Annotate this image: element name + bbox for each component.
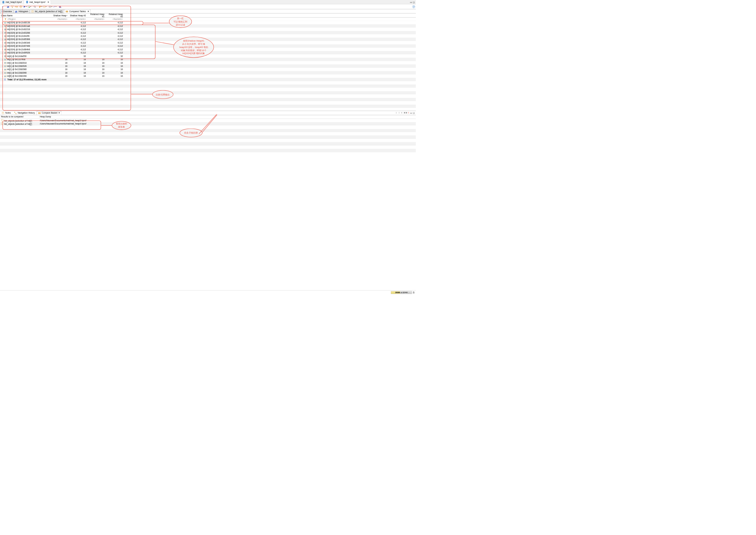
svg-rect-76 <box>6 62 6 63</box>
numeric-filter-input[interactable]: <Numeric> <box>105 17 124 21</box>
tab-overview[interactable]: i Overview <box>0 10 14 14</box>
minimize-icon[interactable]: ▭ <box>410 112 412 114</box>
tree-button[interactable] <box>11 5 14 8</box>
maximize-icon[interactable]: ◻ <box>413 112 415 114</box>
table-row[interactable]: › int[1024] @ 0x12c83288 4,112 4,112 <box>0 31 416 34</box>
expand-icon[interactable]: › <box>1 32 4 34</box>
table-row[interactable]: › int[1] @ 0x13382028 16 16 16 16 <box>0 64 416 68</box>
regex-filter-input[interactable]: <Regex> <box>7 18 16 20</box>
tab-histogram[interactable]: Histogram <box>13 10 30 14</box>
heap-dump-path: /Users/biaowan/Documents/mat/mat_heap4.h… <box>40 123 415 125</box>
expand-icon[interactable]: › <box>1 48 4 50</box>
tab-compare-basket[interactable]: Compare Basket ✕ <box>37 111 62 115</box>
table-row[interactable]: › int[1] @ 0x13382090 16 16 16 16 <box>0 71 416 74</box>
editor-tab-heap3[interactable]: mat_heap3.hprof <box>0 0 24 4</box>
numeric-filter-input[interactable]: <Numeric> <box>51 17 69 21</box>
svg-rect-95 <box>39 112 39 114</box>
column-class-name[interactable]: Class Name <box>0 14 51 17</box>
column-shallow-heap-2[interactable]: Shallow Heap #2 <box>69 14 87 17</box>
table-row[interactable]: › int[1024] @ 0x12c811a8 4,112 4,112 <box>0 24 416 28</box>
svg-rect-67 <box>6 52 6 53</box>
cell-retained-heap-2: 4,112 <box>105 41 124 44</box>
cell-shallow-heap-2: 16 <box>69 61 87 65</box>
column-shallow-heap[interactable]: Shallow Heap^ <box>51 14 69 17</box>
histogram-button[interactable] <box>6 5 10 8</box>
expand-icon[interactable]: › <box>1 59 4 61</box>
expand-icon[interactable]: › <box>1 25 4 27</box>
expand-icon[interactable]: › <box>1 22 4 24</box>
svg-point-5 <box>26 2 28 3</box>
expand-icon[interactable]: › <box>1 55 4 57</box>
expand-icon[interactable]: › <box>1 39 4 40</box>
total-row[interactable]: ΣTotal: 17 of 13,178 entries; 13,161 mor… <box>0 78 416 81</box>
table-row[interactable]: › int[1] @ 0x1337ffd8 16 16 16 16 <box>0 58 416 61</box>
close-icon[interactable]: ✕ <box>58 112 60 114</box>
table-header: Class Name Shallow Heap^ Shallow Heap #2… <box>0 14 416 17</box>
expand-icon[interactable]: › <box>1 35 4 37</box>
numeric-filter-input[interactable]: <Numeric> <box>69 17 87 21</box>
editor-tab-label: mat_heap3.hprof <box>6 1 22 4</box>
expand-icon[interactable]: › <box>1 62 4 64</box>
svg-rect-75 <box>5 62 5 63</box>
help-button[interactable]: ? <box>412 5 415 8</box>
expand-icon[interactable]: › <box>1 28 4 30</box>
result-name: list_objects [selection of 'int[]'] <box>4 123 32 126</box>
expand-icon[interactable]: › <box>1 52 4 54</box>
chart-export-button[interactable]: ▾ <box>53 5 56 8</box>
col-heap-dump[interactable]: Heap Dump <box>40 116 415 118</box>
svg-rect-88 <box>6 76 6 77</box>
expand-icon[interactable]: › <box>1 45 4 47</box>
cell-shallow-heap-2: 32 <box>69 54 87 58</box>
heap-dump-path: /Users/biaowan/Documents/mat/mat_heap3.h… <box>40 119 415 122</box>
oql-button[interactable]: OQL <box>15 5 18 8</box>
table-row[interactable]: › int[0] @ 0x13382268 16 16 16 16 <box>0 74 416 78</box>
table-row[interactable]: › int[1024] @ 0x12c82218 4,112 4,112 <box>0 28 416 31</box>
expand-icon[interactable]: › <box>1 72 4 73</box>
remove-all-button[interactable]: ✖✖ <box>404 112 407 114</box>
array-object-icon <box>4 65 7 68</box>
cell-shallow-heap <box>51 29 69 30</box>
expand-icon[interactable]: › <box>1 65 4 67</box>
compare-row[interactable]: list_objects [selection of 'int[]'] /Use… <box>0 119 416 122</box>
callout-tables: 需要比较的 两张表 <box>112 121 131 130</box>
run-compare-button[interactable]: ! <box>408 112 409 114</box>
run-report-button[interactable]: ▾ <box>23 5 27 8</box>
export-button[interactable]: ▾ <box>49 5 52 8</box>
minimize-icon[interactable]: ▭ <box>410 1 412 3</box>
compare-button[interactable] <box>59 5 62 8</box>
tab-compared-tables[interactable]: Compared Tables ✕ <box>64 10 91 14</box>
svg-rect-85 <box>6 72 6 73</box>
group-button[interactable]: ▾ <box>39 5 42 8</box>
numeric-filter-input[interactable]: <Numeric> <box>87 17 105 21</box>
cell-shallow-heap-2: 4,112 <box>69 21 87 24</box>
table-row[interactable]: › int[1024] @ 0x12c80138 4,112 4,112 <box>0 21 416 24</box>
histogram-icon <box>15 10 17 13</box>
col-results[interactable]: Results to be compared <box>1 116 40 118</box>
close-icon[interactable]: ✕ <box>47 1 49 4</box>
tab-notes[interactable]: Notes <box>0 111 13 115</box>
tab-list-objects[interactable]: list_objects [selection of 'int[]'] <box>29 10 64 14</box>
info-button[interactable]: i <box>1 5 4 8</box>
query-browser-button[interactable]: ▾ <box>28 5 31 8</box>
tab-label: Notes <box>6 112 11 114</box>
table-row[interactable]: › int[1] @ 0x13382080 16 16 16 16 <box>0 68 416 71</box>
table-row[interactable]: › int[1] @ 0x13382018 16 16 16 16 <box>0 61 416 64</box>
maximize-icon[interactable]: ◻ <box>413 1 415 3</box>
move-down-button[interactable]: ⬇ <box>395 112 397 114</box>
object-name: int[1024] @ 0x12c842f8 <box>7 35 29 38</box>
remove-button[interactable]: ✖ <box>401 112 403 114</box>
cell-retained-heap-1 <box>87 32 105 33</box>
calc-retained-button[interactable]: ▾ <box>43 5 46 8</box>
cell-retained-heap-2: 16 <box>105 68 124 71</box>
main-toolbar: i OQL ▾ ▾ ▾ ▾ ▾ ▾ ? <box>0 4 416 9</box>
table-row[interactable]: › int[1024] @ 0x12c842f8 4,112 4,112 <box>0 34 416 38</box>
editor-tab-heap4[interactable]: mat_heap4.hprof ✕ <box>24 0 51 4</box>
expand-icon[interactable]: › <box>1 75 4 77</box>
expand-icon[interactable]: › <box>1 42 4 43</box>
threads-button[interactable] <box>19 5 22 8</box>
search-button[interactable] <box>33 5 37 8</box>
expand-icon[interactable]: › <box>1 69 4 70</box>
svg-rect-40 <box>6 22 6 23</box>
move-up-button[interactable]: ⬆ <box>398 112 400 114</box>
tab-navigation-history[interactable]: Navigation History <box>13 111 37 115</box>
